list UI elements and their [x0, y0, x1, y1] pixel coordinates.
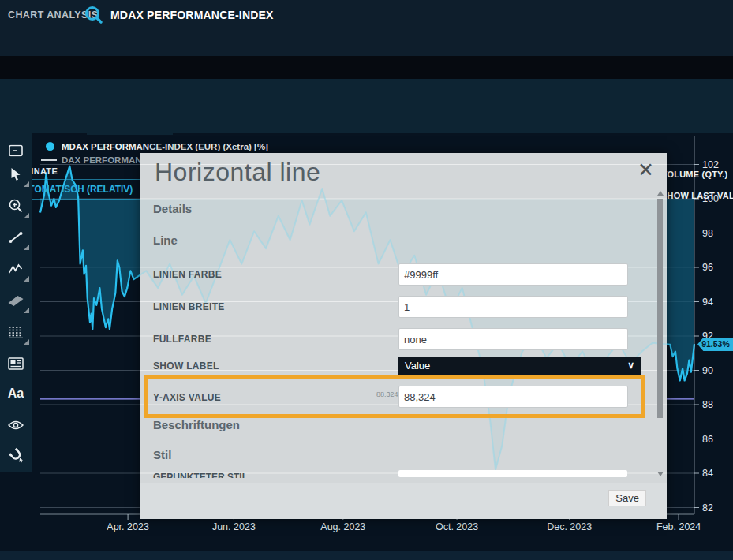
bottom-strip — [0, 551, 733, 560]
chart-analysis-app: 102100989694929088868482Apr. 2023Jun. 20… — [0, 0, 733, 560]
x-axis-label: Oct. 2023 — [436, 521, 478, 532]
y-axis-label: 98 — [702, 228, 713, 239]
section-details: Details — [153, 202, 192, 215]
fill-color-input[interactable] — [398, 328, 628, 350]
line-width-label: LINIEN BREITE — [153, 301, 225, 312]
y-axis-label: 84 — [702, 468, 713, 479]
ribbon-tabs: Start View Axis — [0, 56, 733, 79]
save-button[interactable]: Save — [608, 490, 646, 506]
show-label-select[interactable]: Value ∨ — [398, 357, 641, 376]
title-bar: CHART ANALYSIS MDAX PERFORMANCE-INDEX — [0, 0, 733, 30]
text-tool-icon[interactable]: Aa — [0, 379, 32, 409]
line-color-label: LINIEN FARBE — [153, 269, 222, 280]
y-axis-label: 86 — [702, 434, 713, 445]
horizontal-line-dialog: 88.324 Horizontal line ✕ Details Line LI… — [140, 153, 667, 519]
y-axis-value-label: Y-AXIS VALUE — [153, 392, 221, 403]
x-axis-label: Apr. 2023 — [107, 521, 149, 532]
zoom-in-tool-icon[interactable] — [0, 191, 32, 221]
section-line: Line — [153, 233, 178, 247]
legend-item-mdax[interactable]: MDAX PERFORMANCE-INDEX (EUR) (Xetra) [%] — [41, 139, 268, 152]
parallelogram-tool-icon[interactable] — [0, 286, 32, 315]
annotation-tool-icon[interactable] — [0, 349, 32, 379]
clipped-field-input[interactable] — [398, 470, 627, 477]
dialog-content: Horizontal line ✕ Details Line LINIEN FA… — [140, 153, 667, 519]
ordinate-value: AUTOMATISCH (RELATIV) — [15, 184, 133, 195]
search-icon[interactable] — [84, 5, 104, 28]
last-value-badge: 91.53% — [697, 338, 733, 351]
y-axis-label: 94 — [702, 297, 713, 308]
x-axis-label: Feb. 2024 — [656, 521, 701, 532]
dialog-footer: Save — [140, 483, 667, 519]
dialog-scrollbar[interactable] — [657, 192, 664, 483]
x-axis-label: Dec. 2023 — [547, 521, 592, 532]
y-axis-label: 90 — [702, 365, 713, 376]
scroll-up-icon[interactable] — [657, 191, 664, 196]
y-axis-label: 88 — [702, 399, 713, 410]
y-axis-label: 82 — [702, 502, 713, 513]
section-beschriftungen: Beschriftungen — [153, 418, 240, 431]
date-range-bar: 1 JAHR ∨ FROM: 13.02.23 TO: 12.02.24 — [0, 30, 733, 56]
clipped-field-label: GEPUNKTETER STIL — [153, 472, 406, 478]
cursor-tool-icon[interactable] — [0, 159, 32, 189]
section-stil: Stil — [153, 448, 171, 461]
line-segment-tool-icon[interactable] — [0, 222, 32, 252]
series-line-marker — [41, 159, 57, 161]
magnet-tool-icon[interactable] — [0, 440, 32, 470]
show-label-label: SHOW LABEL — [153, 360, 219, 371]
y-axis-label: 96 — [702, 262, 713, 273]
close-icon[interactable]: ✕ — [638, 158, 654, 181]
toggle-label-volume: VOLUME (QTY.) — [661, 170, 728, 179]
y-axis-value-input[interactable] — [398, 386, 628, 408]
view-controls-row: ORDINATE AUTOMATISCH (RELATIV) ∨ AGGREGA… — [0, 79, 733, 133]
dialog-title: Horizontal line — [155, 158, 320, 187]
line-color-input[interactable] — [398, 263, 628, 286]
line-width-input[interactable] — [398, 296, 628, 318]
text-tool-label: Aa — [8, 386, 24, 401]
x-axis-label: Aug. 2023 — [320, 521, 365, 532]
legend-label: MDAX PERFORMANCE-INDEX (EUR) (Xetra) [%] — [62, 142, 268, 151]
zigzag-tool-icon[interactable] — [0, 254, 32, 284]
scroll-down-icon[interactable] — [657, 472, 664, 476]
y-axis-label: 102 — [702, 159, 719, 170]
toggle-label-show-last-value: SHOW LAST VALUE — [661, 191, 733, 200]
instrument-search-value[interactable]: MDAX PERFORMANCE-INDEX — [110, 9, 274, 21]
show-label-value: Value — [405, 360, 430, 371]
hatch-lines-tool-icon[interactable] — [0, 317, 32, 347]
fill-color-label: FÜLLFARBE — [153, 334, 211, 345]
series-dot-marker — [46, 142, 54, 151]
x-axis-label: Jun. 2023 — [212, 521, 256, 532]
drawing-toolbar: Aa — [0, 133, 32, 472]
scrollbar-thumb[interactable] — [657, 199, 663, 418]
chevron-down-icon: ∨ — [627, 360, 634, 371]
eye-icon[interactable] — [0, 410, 32, 440]
